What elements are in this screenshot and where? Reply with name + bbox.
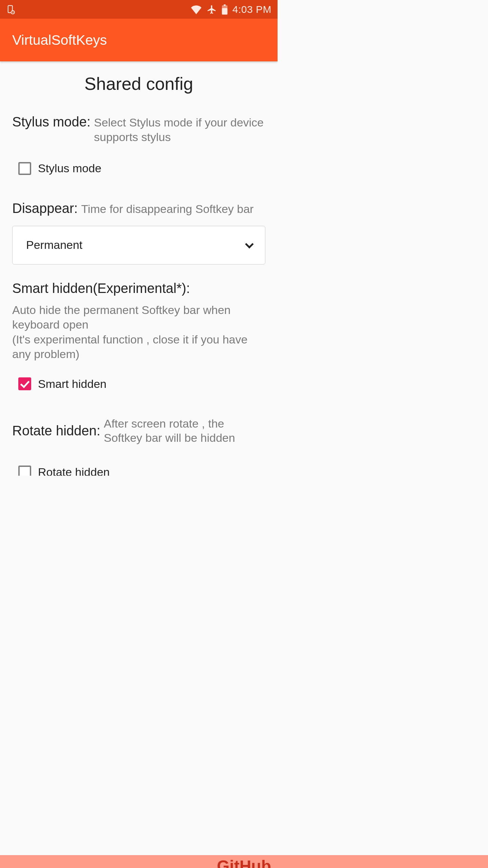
- battery-icon: [222, 4, 228, 15]
- airplane-mode-icon: [207, 4, 217, 15]
- page-title: Shared config: [12, 74, 265, 94]
- rotate-hidden-checkbox-label: Rotate hidden: [38, 466, 110, 476]
- rotate-hidden-label: Rotate hidden:: [12, 423, 100, 438]
- device-overlay-icon: [6, 5, 16, 14]
- rotate-hidden-checkbox[interactable]: [18, 466, 31, 476]
- stylus-mode-row: Stylus mode: Select Stylus mode if your …: [12, 114, 265, 144]
- stylus-mode-checkbox-row[interactable]: Stylus mode: [12, 162, 265, 175]
- wifi-icon: [190, 5, 202, 14]
- svg-rect-3: [222, 8, 227, 14]
- app-bar: VirtualSoftKeys: [0, 19, 278, 61]
- rotate-hidden-checkbox-row[interactable]: Rotate hidden: [12, 466, 265, 476]
- rotate-hidden-row: Rotate hidden: After screen rotate , the…: [12, 416, 265, 445]
- disappear-row: Disappear: Time for disappearing Softkey…: [12, 201, 265, 216]
- stylus-mode-checkbox[interactable]: [18, 162, 31, 175]
- stylus-mode-checkbox-label: Stylus mode: [38, 162, 101, 175]
- settings-content: Shared config Stylus mode: Select Stylus…: [0, 61, 278, 476]
- disappear-label: Disappear:: [12, 201, 78, 216]
- chevron-down-icon: [245, 240, 253, 248]
- disappear-selected-value: Permanent: [26, 238, 82, 252]
- rotate-hidden-description: After screen rotate , the Softkey bar wi…: [104, 416, 265, 445]
- stylus-mode-description: Select Stylus mode if your device suppor…: [94, 115, 265, 144]
- disappear-description: Time for disappearing Softkey bar: [81, 202, 253, 216]
- smart-hidden-checkbox-row[interactable]: Smart hidden: [12, 377, 265, 391]
- stylus-mode-label: Stylus mode:: [12, 114, 90, 130]
- status-bar: 4:03 PM: [0, 0, 278, 19]
- app-title: VirtualSoftKeys: [12, 32, 107, 48]
- smart-hidden-description: Auto hide the permanent Softkey bar when…: [12, 303, 265, 362]
- smart-hidden-heading: Smart hidden(Experimental*):: [12, 281, 265, 296]
- svg-rect-4: [224, 4, 225, 6]
- smart-hidden-checkbox[interactable]: [18, 377, 31, 390]
- status-clock: 4:03 PM: [232, 4, 271, 15]
- smart-hidden-checkbox-label: Smart hidden: [38, 377, 106, 391]
- disappear-select[interactable]: Permanent: [12, 226, 265, 264]
